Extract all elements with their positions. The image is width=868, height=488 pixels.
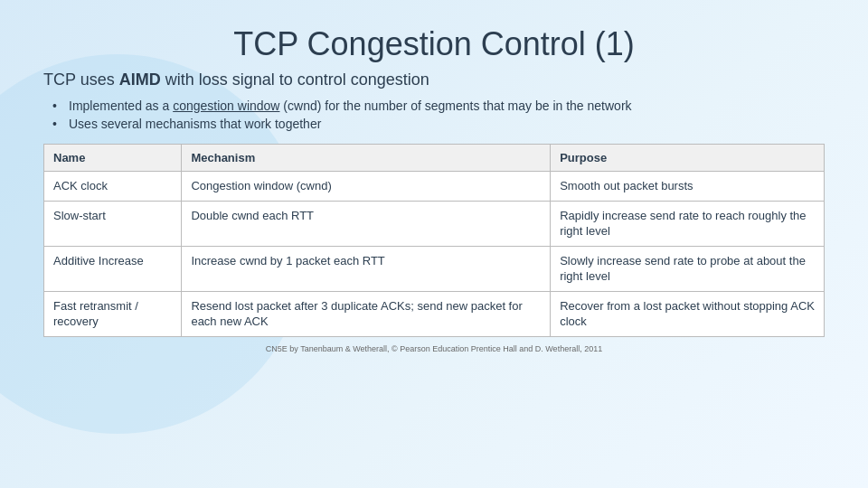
slide-content: TCP Congestion Control (1) TCP uses AIMD… [0,0,868,488]
row-ack-clock-name: ACK clock [44,172,182,202]
row-additive-purpose: Slowly increase send rate to probe at ab… [551,246,825,291]
col-header-purpose: Purpose [551,145,825,172]
row-slow-start-name: Slow-start [44,201,182,246]
slide-title: TCP Congestion Control (1) [43,25,825,63]
bullet-item-2: Uses several mechanisms that work togeth… [52,117,825,131]
table-row: Additive Increase Increase cwnd by 1 pac… [44,246,825,291]
row-slow-start-mechanism: Double cwnd each RTT [182,201,551,246]
row-ack-clock-purpose: Smooth out packet bursts [551,172,825,202]
row-fast-retransmit-purpose: Recover from a lost packet without stopp… [551,291,825,336]
row-additive-mechanism: Increase cwnd by 1 packet each RTT [182,246,551,291]
subtitle-rest: with loss signal to control congestion [161,70,429,89]
mechanisms-table: Name Mechanism Purpose ACK clock Congest… [43,144,825,337]
slide-footer: CN5E by Tanenbaum & Wetherall, © Pearson… [43,344,825,353]
subtitle-plain: TCP uses [43,70,119,89]
table-row: Slow-start Double cwnd each RTT Rapidly … [44,201,825,246]
slide-subtitle: TCP uses AIMD with loss signal to contro… [43,70,825,89]
row-additive-name: Additive Increase [44,246,182,291]
row-fast-retransmit-mechanism: Resend lost packet after 3 duplicate ACK… [182,291,551,336]
col-header-mechanism: Mechanism [182,145,551,172]
table-row: ACK clock Congestion window (cwnd) Smoot… [44,172,825,202]
table-row: Fast retransmit / recovery Resend lost p… [44,291,825,336]
row-slow-start-purpose: Rapidly increase send rate to reach roug… [551,201,825,246]
subtitle-aimd: AIMD [119,70,161,89]
table-header-row: Name Mechanism Purpose [44,145,825,172]
bullet-item-1: Implemented as a congestion window (cwnd… [52,99,825,113]
row-fast-retransmit-name: Fast retransmit / recovery [44,291,182,336]
bullet-list: Implemented as a congestion window (cwnd… [43,99,825,131]
col-header-name: Name [44,145,182,172]
row-ack-clock-mechanism: Congestion window (cwnd) [182,172,551,202]
